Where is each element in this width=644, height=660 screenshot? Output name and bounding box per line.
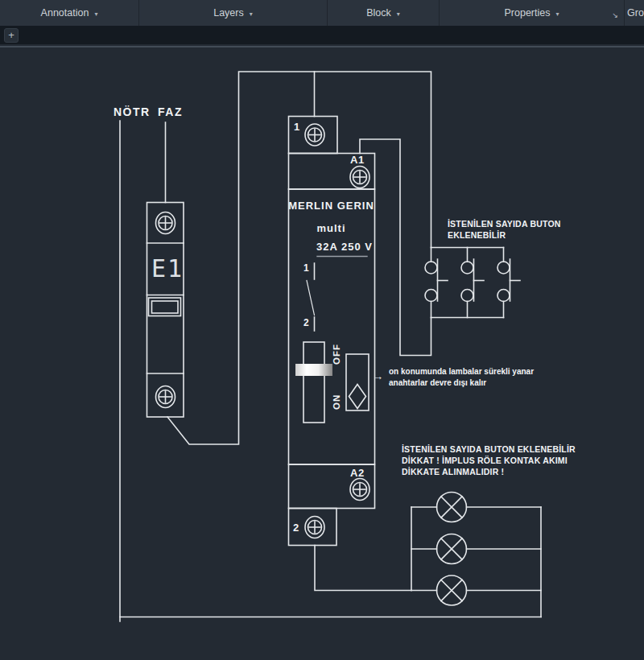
lamp-icon <box>437 493 467 522</box>
ribbon-panel-layers[interactable]: Layers ▾ <box>139 0 328 26</box>
warning-note-line2: DİKKAT ! İMPLUS RÖLE KONTAK AKIMI <box>402 456 568 465</box>
diamond-indicator-icon <box>349 385 366 409</box>
switch-off-label: OFF <box>332 342 341 365</box>
pushbutton-bank <box>425 248 520 318</box>
schematic-drawing <box>0 44 644 660</box>
lamp-feed-wire <box>315 546 411 591</box>
new-tab-button[interactable]: + <box>4 28 19 43</box>
terminal-screw-icon <box>305 517 324 538</box>
chevron-down-icon: ▾ <box>397 9 400 18</box>
breaker-name-label: E1 <box>151 254 184 283</box>
lamp-icon <box>437 534 467 564</box>
relay-rating-label: 32A 250 V <box>316 241 373 253</box>
contact-2-label: 2 <box>303 317 309 328</box>
chevron-down-icon: ▾ <box>250 9 253 18</box>
ribbon-panel-groups[interactable]: Grou <box>625 0 644 26</box>
ribbon-panel-properties-label: Properties <box>505 7 551 19</box>
ribbon-panel-annotation-label: Annotation <box>41 7 89 19</box>
neutral-label: NÖTR <box>114 105 151 118</box>
terminal-screw-icon <box>156 386 175 408</box>
relay-terminal-a1-label: A1 <box>350 154 365 166</box>
chevron-down-icon: ▾ <box>94 9 97 18</box>
impulse-relay-symbol <box>289 117 375 546</box>
ribbon-panel-layers-label: Layers <box>213 7 244 19</box>
phase-label: FAZ <box>158 105 183 118</box>
warning-note-line3: DİKKATE ALINMALIDIR ! <box>402 467 504 476</box>
terminal-screw-icon <box>305 124 324 146</box>
relay-terminal-1-label: 1 <box>294 121 300 133</box>
relay-terminal-a2-label: A2 <box>350 467 365 479</box>
switch-note-line1: on konumunda lambalar sürekli yanar <box>389 367 534 376</box>
warning-note-line1: İSTENİLEN SAYIDA BUTON EKLENEBİLİR <box>402 444 576 454</box>
terminal-screw-icon <box>350 479 369 501</box>
buttons-note-line2: EKLENEBİLİR <box>448 230 506 240</box>
switch-handle <box>295 364 332 376</box>
model-space-canvas[interactable]: NÖTR FAZ E1 1 A1 MERLIN GERIN multi 32A … <box>0 44 644 660</box>
ribbon-panel-annotation[interactable]: Annotation ▾ <box>0 0 139 26</box>
ribbon-bar: Annotation ▾ Layers ▾ Block ▾ Properties… <box>0 0 644 26</box>
circuit-breaker-symbol <box>147 203 184 418</box>
leader-arrow-icon: → <box>373 370 383 382</box>
relay-terminal-2-label: 2 <box>293 522 299 534</box>
relay-model-label: multi <box>288 222 374 234</box>
lamp-icon <box>437 575 467 605</box>
chevron-down-icon: ▾ <box>555 9 559 18</box>
terminal-screw-icon <box>350 167 369 188</box>
lamp-bank <box>315 493 541 617</box>
terminal-screw-icon <box>156 212 175 234</box>
ribbon-panel-block[interactable]: Block ▾ <box>328 0 440 26</box>
buttons-note-line1: İSTENİLEN SAYIDA BUTON <box>448 219 561 229</box>
contact-1-label: 1 <box>303 262 309 274</box>
ribbon-panel-groups-label: Grou <box>627 7 644 19</box>
relay-brand-label: MERLIN GERIN <box>288 200 374 212</box>
switch-on-label: ON <box>332 386 341 410</box>
file-tab-strip: + <box>0 26 644 44</box>
ribbon-panel-block-label: Block <box>366 7 391 19</box>
switch-note-line2: anahtarlar devre dışı kalır <box>389 378 486 387</box>
panel-launcher-icon[interactable]: ↘ <box>612 11 618 19</box>
ribbon-panel-properties[interactable]: Properties ▾ ↘ <box>440 0 625 26</box>
